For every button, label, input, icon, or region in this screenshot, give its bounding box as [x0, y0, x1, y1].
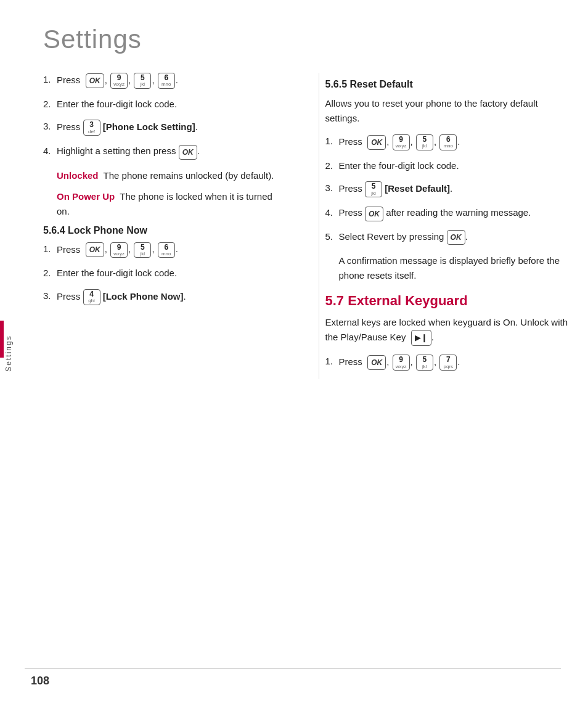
- onpowerup-note: On Power Up The phone is locked when it …: [57, 189, 288, 219]
- key-5jkl-57: 5jkl: [416, 355, 433, 371]
- list-item: 4. Press OK after reading the warning me…: [325, 206, 570, 221]
- key-ok-565-4: OK: [365, 207, 383, 221]
- bottom-divider: [25, 668, 561, 669]
- list-item: 3. Press 4ghi [Lock Phone Now].: [43, 289, 288, 305]
- key-5jkl-565: 5jkl: [416, 134, 433, 150]
- list-item: 2. Enter the four-digit lock code.: [43, 97, 288, 112]
- key-5jkl-564: 5jkl: [134, 242, 151, 258]
- steps-564-list: 1. Press OK, 9wxyz, 5jkl, 6mno. 2. Enter…: [43, 242, 288, 305]
- section-57-heading: 5.7 External Keyguard: [325, 293, 570, 309]
- steps-57-list: 1. Press OK, 9wxyz, 5jkl, 7pqrs.: [325, 355, 570, 371]
- key-5jkl-rd: 5jkl: [365, 181, 382, 197]
- unlocked-label: Unlocked: [57, 170, 99, 181]
- list-item: 2. Enter the four-digit lock code.: [325, 159, 570, 173]
- key-9wxyz-57: 9wxyz: [393, 355, 410, 371]
- key-ok-4: OK: [179, 145, 197, 160]
- unlocked-note: Unlocked The phone remains unlocked (by …: [57, 168, 288, 183]
- key-6mno: 6mno: [158, 73, 175, 89]
- section-565-heading: 5.6.5 Reset Default: [325, 79, 570, 90]
- intro-steps-list: 1. Press OK, 9wxyz, 5jkl, 6mno. 2. Enter…: [43, 73, 288, 160]
- key-ok-564-1: OK: [86, 242, 104, 257]
- key-4ghi: 4ghi: [83, 289, 100, 305]
- list-item: 1. Press OK, 9wxyz, 5jkl, 7pqrs.: [325, 355, 570, 371]
- key-5jkl: 5jkl: [134, 73, 151, 89]
- left-column: 1. Press OK, 9wxyz, 5jkl, 6mno. 2. Enter…: [43, 73, 300, 379]
- list-item: 3. Press 5jkl [Reset Default].: [325, 181, 570, 197]
- key-play-pause: ▶❙: [411, 330, 431, 347]
- sidebar-red-bar: [0, 321, 4, 358]
- confirmation-note: A confirmation message is displayed brie…: [339, 253, 570, 283]
- page-container: Settings Settings 1. Press OK, 9wxyz, 5j…: [0, 0, 588, 706]
- key-9wxyz-564: 9wxyz: [110, 242, 128, 258]
- key-7pqrs-57: 7pqrs: [439, 355, 457, 371]
- key-ok-57-1: OK: [367, 355, 386, 370]
- steps-565-list: 1. Press OK, 9wxyz, 5jkl, 6mno. 2. Enter…: [325, 134, 570, 245]
- list-item: 1. Press OK, 9wxyz, 5jkl, 6mno.: [43, 73, 288, 89]
- key-9wxyz-565: 9wxyz: [393, 134, 410, 150]
- key-9wxyz: 9wxyz: [110, 73, 128, 89]
- onpowerup-label: On Power Up: [57, 191, 115, 202]
- key-ok-565-5: OK: [447, 230, 465, 245]
- section-57-intro: External keys are locked when keyguard i…: [325, 315, 570, 347]
- two-column-layout: 1. Press OK, 9wxyz, 5jkl, 6mno. 2. Enter…: [43, 73, 570, 379]
- section-564-heading: 5.6.4 Lock Phone Now: [43, 225, 288, 236]
- sidebar-tab: Settings: [0, 0, 17, 706]
- main-content: Settings 1. Press OK, 9wxyz, 5jkl, 6mno.: [25, 0, 588, 706]
- list-item: 1. Press OK, 9wxyz, 5jkl, 6mno.: [43, 242, 288, 258]
- key-3def: 3def: [83, 120, 100, 136]
- key-ok-565-1: OK: [367, 135, 386, 150]
- confirmation-text: A confirmation message is displayed brie…: [339, 255, 560, 281]
- list-item: 3. Press 3def [Phone Lock Setting].: [43, 120, 288, 136]
- list-item: 1. Press OK, 9wxyz, 5jkl, 6mno.: [325, 134, 570, 150]
- section-565-intro: Allows you to reset your phone to the fa…: [325, 96, 570, 126]
- sidebar-label: Settings: [4, 335, 13, 371]
- key-6mno-565: 6mno: [439, 134, 457, 150]
- page-title: Settings: [43, 25, 570, 54]
- list-item: 4. Highlight a setting then press OK.: [43, 144, 288, 159]
- list-item: 5. Select Revert by pressing OK.: [325, 230, 570, 245]
- key-6mno-564: 6mno: [158, 242, 175, 258]
- page-number: 108: [31, 675, 49, 688]
- right-column: 5.6.5 Reset Default Allows you to reset …: [319, 73, 570, 379]
- list-item: 2. Enter the four-digit lock code.: [43, 266, 288, 281]
- key-ok: OK: [86, 73, 104, 88]
